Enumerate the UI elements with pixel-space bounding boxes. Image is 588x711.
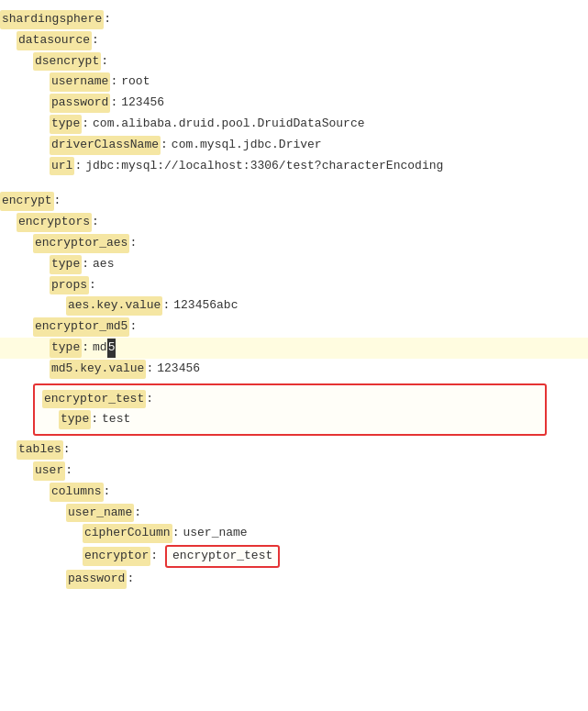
key-type-test: type <box>59 410 91 429</box>
key-encryptor-md5: encryptor_md5 <box>33 317 129 337</box>
encryptor-test-box: encryptor_test: type: test <box>33 383 547 437</box>
key-tables: tables <box>17 440 63 460</box>
key-encryptor-ref: encryptor <box>83 547 150 566</box>
key-aes-key-value: aes.key.value <box>66 296 162 316</box>
line-url: url: jdbc:mysql://localhost:3306/test?ch… <box>0 156 588 177</box>
line-tables: tables: <box>0 439 588 461</box>
key-driverclassname: driverClassName <box>50 136 161 155</box>
value-password-ds: 123456 <box>121 94 164 113</box>
key-encrypt: encrypt <box>0 192 54 211</box>
key-datasource: datasource <box>17 31 92 50</box>
key-encryptor-test: encryptor_test <box>42 390 146 409</box>
line-columns: columns: <box>0 482 588 503</box>
line-encrypt: encrypt: <box>0 191 588 212</box>
line-type-aes: type: aes <box>0 254 588 275</box>
key-password-ds: password <box>50 94 110 113</box>
value-driverclassname: com.mysql.jdbc.Driver <box>172 136 322 155</box>
line-encryptor-test: encryptor_test: <box>42 389 538 410</box>
line-props: props: <box>0 275 588 296</box>
line-encryptor-ref: encryptor: encryptor_test <box>0 544 588 569</box>
line-datasource: datasource: <box>0 30 588 51</box>
line-user: user: <box>0 461 588 482</box>
line-aes-key-value: aes.key.value: 123456abc <box>0 295 588 317</box>
line-encryptor-md5: encryptor_md5: <box>0 317 588 338</box>
key-cipher-col: cipherColumn <box>83 524 172 543</box>
key-user: user <box>33 461 65 481</box>
key-shardingsphere: shardingsphere <box>0 10 104 29</box>
key-encryptor-aes: encryptor_aes <box>33 234 129 253</box>
line-user-name-col: user_name: <box>0 503 588 524</box>
key-type-md5: type <box>50 339 82 358</box>
cursor-md5: 5 <box>107 339 116 358</box>
value-url: jdbc:mysql://localhost:3306/test?charact… <box>85 157 443 176</box>
key-username: username <box>50 72 110 92</box>
key-user-name-col: user_name <box>66 504 134 523</box>
line-password-col: password: <box>0 569 588 590</box>
line-shardingsphere: shardingsphere: <box>0 9 588 30</box>
line-encryptors: encryptors: <box>0 212 588 233</box>
value-type-md5-prefix: md <box>93 339 107 358</box>
key-type-aes: type <box>50 255 82 274</box>
key-password-col: password <box>66 570 127 589</box>
line-driverclassname: driverClassName: com.mysql.jdbc.Driver <box>0 135 588 156</box>
line-type-test: type: test <box>42 409 538 430</box>
line-dsencrypt: dsencrypt: <box>0 51 588 72</box>
key-dsencrypt: dsencrypt <box>33 52 101 72</box>
value-cipher-col: user_name <box>183 524 247 543</box>
value-md5-key-value: 123456 <box>157 360 200 379</box>
key-columns: columns <box>50 483 104 502</box>
line-md5-key-value: md5.key.value: 123456 <box>0 359 588 380</box>
line-type-md5: type: md5 <box>0 338 588 359</box>
line-encryptor-aes: encryptor_aes: <box>0 233 588 254</box>
value-type-ds: com.alibaba.druid.pool.DruidDataSource <box>93 115 364 134</box>
key-md5-key-value: md5.key.value <box>50 360 146 379</box>
line-password-ds: password: 123456 <box>0 93 588 114</box>
key-url: url <box>50 157 74 176</box>
value-username: root <box>121 72 150 92</box>
line-username: username: root <box>0 72 588 93</box>
code-container: shardingsphere: datasource: dsencrypt: u… <box>0 0 588 711</box>
key-type-ds: type <box>50 115 82 134</box>
encryptor-value-box: encryptor_test <box>165 545 280 568</box>
blank-1 <box>0 176 588 191</box>
value-type-test: test <box>102 410 130 429</box>
value-aes-key-value: 123456abc <box>173 296 238 316</box>
value-type-aes: aes <box>93 255 114 274</box>
key-props: props <box>50 276 89 295</box>
key-encryptors: encryptors <box>17 213 92 232</box>
line-type-ds: type: com.alibaba.druid.pool.DruidDataSo… <box>0 114 588 135</box>
line-cipher-col: cipherColumn: user_name <box>0 523 588 544</box>
